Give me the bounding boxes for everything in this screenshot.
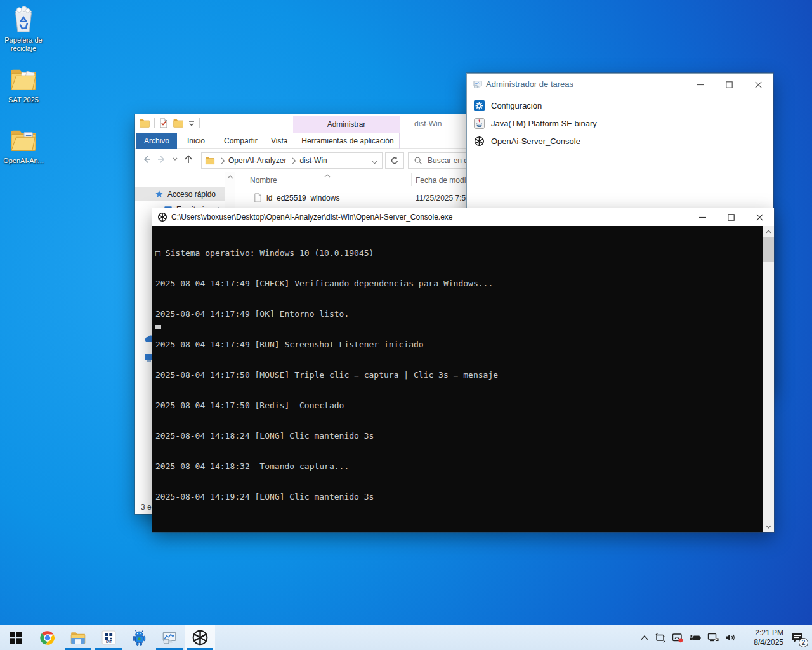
settings-gear-icon <box>474 100 485 111</box>
tab-inicio[interactable]: Inicio <box>180 133 213 149</box>
file-explorer-icon <box>70 630 86 646</box>
taskbar-clock[interactable]: 2:21 PM 8/4/2025 <box>744 628 783 647</box>
process-row-java[interactable]: Java(TM) Platform SE binary <box>467 114 773 132</box>
taskbar-sat-button[interactable]: SAT <box>93 625 124 650</box>
explorer-window-title: dist-Win <box>414 114 442 133</box>
tab-vista[interactable]: Vista <box>263 133 295 149</box>
sidebar-item-label: Acceso rápido <box>167 190 216 199</box>
taskbar-task-manager-button[interactable] <box>154 625 185 650</box>
tray-network-icon[interactable] <box>707 633 719 642</box>
breadcrumb-separator-icon <box>290 157 296 164</box>
breadcrumb-dist-win[interactable]: dist-Win <box>299 156 327 165</box>
maximize-button[interactable] <box>714 74 743 95</box>
console-line: 2025-08-04 14:17:49 [CHECK] Verificando … <box>155 279 760 289</box>
search-icon <box>414 156 422 165</box>
taskbar-android-button[interactable] <box>124 625 154 650</box>
column-header-fecha[interactable]: Fecha de modif <box>416 172 468 189</box>
clock-date: 8/4/2025 <box>744 638 783 647</box>
minimize-button[interactable] <box>688 208 717 226</box>
tray-recording-icon[interactable] <box>672 633 683 643</box>
scroll-down-icon[interactable] <box>763 521 774 532</box>
minimize-button[interactable] <box>685 74 714 95</box>
recent-locations-icon[interactable] <box>172 156 178 162</box>
console-title: C:\Users\vboxuser\Desktop\OpenAI-Analyze… <box>171 208 453 226</box>
taskbar-openai-console-button[interactable] <box>185 625 215 650</box>
desktop-icon-recycle-bin[interactable]: Papelera de reciclaje <box>0 5 47 53</box>
process-name: Java(TM) Platform SE binary <box>491 119 597 128</box>
qat-customize-icon[interactable] <box>188 119 195 127</box>
file-modified-date: 11/25/2025 7:59 <box>416 194 470 202</box>
up-icon[interactable] <box>183 154 193 164</box>
chrome-icon <box>39 630 56 646</box>
refresh-button[interactable] <box>385 152 404 169</box>
android-robot-icon <box>131 630 147 646</box>
start-button[interactable] <box>0 625 30 650</box>
explorer-app-icon <box>139 117 150 129</box>
desktop-icon-label: OpenAI-An... <box>0 157 47 165</box>
tray-expand-icon[interactable] <box>640 635 649 640</box>
scroll-up-icon[interactable] <box>763 226 774 237</box>
properties-qat-icon[interactable] <box>159 118 169 128</box>
quick-access-star-icon <box>155 190 164 199</box>
java-icon <box>474 118 485 129</box>
openai-icon <box>192 629 209 646</box>
file-icon <box>253 193 263 202</box>
recycle-bin-icon <box>9 5 38 34</box>
console-line: 2025-08-04 14:18:32 Tomando captura... <box>155 461 760 472</box>
console-titlebar[interactable]: C:\Users\vboxuser\Desktop\OpenAI-Analyze… <box>152 208 774 226</box>
tab-compartir[interactable]: Compartir <box>216 133 265 149</box>
action-center-button[interactable]: 2 <box>789 630 806 646</box>
clock-time: 2:21 PM <box>744 628 783 638</box>
address-dropdown-icon[interactable] <box>372 157 378 164</box>
task-manager-titlebar[interactable]: Administrador de tareas <box>467 74 773 95</box>
task-manager-icon <box>473 79 483 90</box>
task-manager-title: Administrador de tareas <box>486 74 573 95</box>
column-header-nombre[interactable]: Nombre <box>250 172 277 189</box>
refresh-icon <box>390 156 399 165</box>
console-output[interactable]: □ Sistema operativo: Windows 10 (10.0.19… <box>152 226 774 532</box>
console-line: 2025-08-04 14:17:50 [Redis] Conectado <box>155 401 760 411</box>
breadcrumb-separator-icon <box>219 157 225 164</box>
folder-icon <box>9 126 38 155</box>
task-manager-icon <box>161 630 178 646</box>
ribbon-tabs: Archivo Inicio Compartir Vista Herramien… <box>135 133 516 149</box>
taskbar-explorer-button[interactable] <box>63 625 93 650</box>
scrollbar-thumb[interactable] <box>763 237 774 262</box>
tab-herramientas-aplicacion[interactable]: Herramientas de aplicación <box>296 133 400 149</box>
close-button[interactable] <box>745 208 774 226</box>
process-row-openai-server-console[interactable]: OpenAi-Server_Console <box>467 132 773 150</box>
tab-archivo[interactable]: Archivo <box>136 133 177 149</box>
tray-display-icon[interactable] <box>655 633 666 643</box>
scroll-up-icon[interactable] <box>227 175 233 180</box>
sat-icon: SAT <box>101 630 117 646</box>
process-name: Configuración <box>491 101 542 110</box>
close-button[interactable] <box>743 74 773 95</box>
taskbar: SAT 2:21 PM 8/4/2025 <box>0 625 812 650</box>
breadcrumb-openai-analyzer[interactable]: OpenAI-Analyzer <box>228 156 286 165</box>
contextual-tab-administrar[interactable]: Administrar <box>293 116 400 133</box>
process-row-configuracion[interactable]: Configuración <box>467 96 773 114</box>
sort-ascending-icon <box>324 174 331 178</box>
explorer-titlebar[interactable]: Administrar dist-Win <box>135 114 516 133</box>
maximize-button[interactable] <box>716 208 745 226</box>
console-cursor <box>155 325 161 329</box>
address-bar[interactable]: OpenAI-Analyzer dist-Win <box>201 152 383 169</box>
file-name: id_ed25519_windows <box>266 194 339 202</box>
desktop-icon-label: SAT 2025 <box>0 96 47 104</box>
new-folder-qat-icon[interactable] <box>173 117 184 129</box>
console-scrollbar[interactable] <box>763 226 774 532</box>
tray-power-icon[interactable] <box>689 633 702 642</box>
taskbar-chrome-button[interactable] <box>32 625 63 650</box>
console-line: 2025-08-04 14:19:24 [LONG] Clic mantenid… <box>155 492 760 502</box>
openai-icon <box>474 136 485 147</box>
back-icon[interactable] <box>141 154 152 164</box>
sidebar-item-quick-access[interactable]: Acceso rápido <box>135 187 225 201</box>
forward-icon[interactable] <box>157 154 167 164</box>
desktop-icon-openai-analyzer[interactable]: OpenAI-An... <box>0 126 47 165</box>
folder-icon <box>9 65 38 94</box>
console-line: 2025-08-04 14:17:50 [MOUSE] Triple clic … <box>155 370 760 380</box>
console-line: 2025-08-04 14:18:24 [LONG] Clic mantenid… <box>155 431 760 441</box>
tray-volume-icon[interactable] <box>724 633 736 642</box>
desktop-icon-sat-2025[interactable]: SAT 2025 <box>0 65 47 104</box>
console-line: 2025-08-04 14:17:49 [OK] Entorno listo. <box>155 309 760 319</box>
